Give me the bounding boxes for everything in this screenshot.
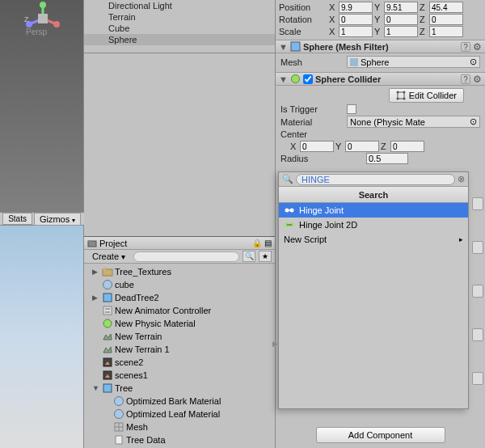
collapsed-component[interactable] — [472, 285, 483, 298]
project-tree-item[interactable]: Tree Data — [84, 433, 275, 446]
search-result-item[interactable]: Hinge Joint 2D — [279, 218, 468, 232]
favorite-button[interactable]: ★ — [259, 251, 272, 262]
sphere-collider-header[interactable]: ▼ Sphere Collider ? ⚙ — [276, 72, 485, 86]
collider-icon — [290, 74, 301, 84]
physic-material-field[interactable]: None (Physic Mate ⊙ — [347, 116, 480, 128]
search-icon: 🔍 — [282, 174, 293, 184]
project-tree-item[interactable]: ▼Tree — [84, 382, 275, 395]
center-z-field[interactable] — [390, 141, 424, 152]
collider-enable-checkbox[interactable] — [303, 74, 313, 84]
gear-icon[interactable]: ⚙ — [473, 74, 482, 85]
project-tree-item[interactable]: Optimized Bark Material — [84, 395, 275, 408]
svg-point-12 — [103, 281, 112, 290]
project-tree-item[interactable]: scenes1 — [84, 369, 275, 382]
project-panel: Project 🔒 ▤ Create ▾ 🔍 ★ ▶Tree_Texturesc… — [84, 236, 275, 448]
hierarchy-panel: Directional Light Terrain Cube Sphere — [84, 0, 275, 53]
is-trigger-label: Is Trigger — [280, 104, 345, 114]
collapse-handle-icon[interactable]: ▶ — [272, 332, 278, 356]
search-result-item[interactable]: New Script▸ — [279, 232, 468, 247]
mesh-filter-icon — [290, 41, 301, 52]
project-tree-item[interactable]: Optimized Leaf Material — [84, 408, 275, 421]
create-button[interactable]: Create ▾ — [87, 251, 130, 262]
project-tree: ▶Tree_Texturescube▶DeadTree2New Animator… — [84, 264, 275, 448]
add-component-button[interactable]: Add Component — [316, 427, 445, 443]
search-header: Search — [279, 187, 468, 203]
hierarchy-item[interactable]: Directional Light — [84, 0, 275, 11]
rotation-y-field[interactable] — [384, 14, 418, 25]
collapsed-component[interactable] — [472, 241, 483, 254]
scale-y-field[interactable] — [384, 26, 418, 37]
position-label: Position — [279, 2, 327, 12]
gear-icon[interactable]: ⚙ — [473, 41, 482, 53]
hierarchy-item[interactable]: Cube — [84, 23, 275, 34]
help-icon[interactable]: ? — [461, 74, 470, 84]
collapsed-component[interactable] — [472, 372, 483, 385]
position-y-field[interactable] — [384, 2, 418, 13]
project-tree-item[interactable]: New Physic Material — [84, 317, 275, 330]
project-tree-item[interactable]: ▶Tree_Textures — [84, 265, 275, 278]
scene-viewport[interactable]: z Persp — [0, 0, 84, 212]
svg-rect-14 — [103, 306, 112, 315]
svg-point-31 — [396, 91, 399, 94]
svg-point-33 — [396, 98, 399, 100]
edit-collider-button[interactable]: Edit Collider — [389, 88, 464, 103]
filter-button[interactable]: 🔍 — [242, 251, 255, 262]
rotation-label: Rotation — [279, 15, 327, 24]
svg-rect-9 — [88, 240, 91, 242]
mesh-filter-header[interactable]: ▼ Sphere (Mesh Filter) ? ⚙ — [276, 40, 485, 53]
mesh-label: Mesh — [280, 57, 345, 67]
position-x-field[interactable] — [339, 2, 373, 13]
svg-rect-27 — [291, 42, 300, 51]
hierarchy-item[interactable]: Sphere — [84, 34, 275, 45]
svg-point-17 — [103, 319, 112, 328]
center-x-field[interactable] — [300, 141, 334, 152]
lock-icon[interactable]: 🔒 — [252, 239, 262, 247]
project-tree-item[interactable]: New Animator Controller — [84, 304, 275, 317]
svg-text:z: z — [24, 14, 29, 23]
project-tree-item[interactable]: New Terrain 1 — [84, 343, 275, 356]
rotation-z-field[interactable] — [429, 14, 463, 25]
project-tree-item[interactable]: scene2 — [84, 356, 275, 369]
mesh-object-field[interactable]: Sphere ⊙ — [347, 56, 480, 68]
collapsed-component[interactable] — [472, 197, 483, 210]
project-tree-item[interactable]: New Terrain — [84, 330, 275, 343]
scene-toolbar: Stats Gizmos ▾ — [0, 212, 84, 226]
project-tree-item[interactable]: Mesh — [84, 421, 275, 433]
project-search-input[interactable] — [133, 251, 239, 262]
svg-point-3 — [40, 2, 46, 8]
svg-rect-30 — [398, 92, 404, 99]
svg-point-34 — [403, 98, 405, 100]
game-view[interactable] — [0, 226, 84, 448]
collapsed-component[interactable] — [472, 328, 483, 341]
scale-x-field[interactable] — [339, 26, 373, 37]
svg-rect-11 — [103, 268, 107, 270]
search-result-item[interactable]: Hinge Joint — [279, 203, 468, 218]
is-trigger-checkbox[interactable] — [347, 104, 356, 114]
svg-point-21 — [115, 397, 124, 406]
clear-search-icon[interactable]: ⊗ — [458, 174, 465, 184]
panel-title: Project — [99, 239, 250, 248]
gizmos-button[interactable]: Gizmos ▾ — [34, 213, 81, 226]
help-icon[interactable]: ? — [461, 42, 470, 52]
hierarchy-item[interactable]: Terrain — [84, 11, 275, 23]
panel-menu-icon[interactable]: ▤ — [264, 239, 272, 247]
scale-z-field[interactable] — [429, 26, 463, 37]
stats-button[interactable]: Stats — [2, 213, 32, 225]
component-search-input[interactable] — [296, 174, 455, 185]
svg-rect-28 — [350, 58, 358, 66]
center-y-field[interactable] — [345, 141, 379, 152]
svg-rect-8 — [88, 241, 96, 247]
material-label: Material — [280, 117, 345, 127]
project-tree-item[interactable]: ▶DeadTree2 — [84, 291, 275, 304]
project-tree-item[interactable]: cube — [84, 278, 275, 291]
svg-rect-6 — [38, 14, 48, 23]
center-label: Center — [280, 129, 345, 139]
viewport-mode-label: Persp — [26, 27, 47, 36]
svg-point-4 — [53, 21, 60, 27]
scale-label: Scale — [279, 27, 327, 36]
inspector-side-strip — [470, 191, 485, 391]
rotation-x-field[interactable] — [339, 14, 373, 25]
position-z-field[interactable] — [429, 2, 463, 13]
radius-label: Radius — [280, 154, 365, 163]
radius-field[interactable] — [366, 153, 408, 164]
